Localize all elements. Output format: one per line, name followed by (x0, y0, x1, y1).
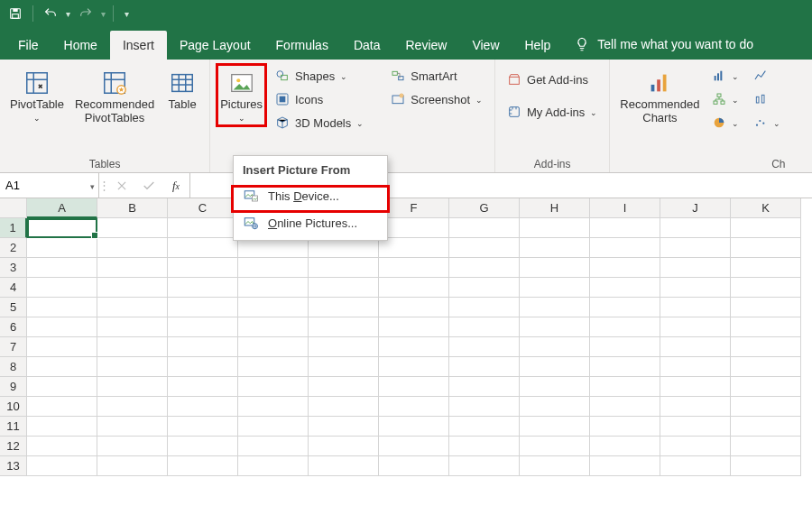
cell[interactable] (520, 437, 590, 456)
recommended-charts-button[interactable]: Recommended Charts (615, 63, 704, 130)
cell[interactable] (379, 397, 449, 417)
cell[interactable] (520, 317, 590, 337)
cell[interactable] (97, 278, 168, 298)
row-header[interactable]: 1 (0, 218, 27, 238)
chart-type-stat-button[interactable] (747, 88, 787, 110)
cell[interactable] (449, 377, 520, 397)
cell[interactable] (449, 337, 520, 357)
row-header[interactable]: 4 (0, 278, 27, 298)
cell[interactable] (660, 218, 731, 238)
chart-type-line-button[interactable] (747, 65, 787, 87)
cell[interactable] (309, 238, 379, 258)
tab-insert[interactable]: Insert (110, 31, 167, 60)
cell[interactable] (520, 238, 590, 258)
cell[interactable] (238, 377, 309, 397)
cell[interactable] (27, 238, 97, 258)
pivottable-button[interactable]: PivotTable ⌄ (5, 63, 69, 127)
cell[interactable] (309, 397, 379, 417)
tab-formulas[interactable]: Formulas (263, 31, 341, 60)
column-header[interactable]: F (379, 198, 449, 218)
cell[interactable] (590, 456, 660, 476)
cell[interactable] (168, 298, 238, 317)
cell[interactable] (238, 258, 309, 278)
row-header[interactable]: 9 (0, 377, 27, 397)
cell[interactable] (379, 218, 449, 238)
cell[interactable] (731, 357, 801, 377)
cell[interactable] (520, 417, 590, 437)
shapes-button[interactable]: Shapes ⌄ (269, 65, 370, 87)
cell[interactable] (27, 278, 97, 298)
cell[interactable] (590, 258, 660, 278)
cell[interactable] (660, 456, 731, 476)
cell[interactable] (379, 298, 449, 317)
insert-picture-this-device[interactable]: This Device... (234, 182, 387, 209)
cell[interactable] (27, 298, 97, 317)
cell[interactable] (449, 397, 520, 417)
row-header[interactable]: 13 (0, 456, 27, 476)
cell[interactable] (97, 437, 168, 456)
cell[interactable] (168, 337, 238, 357)
column-header[interactable]: C (168, 198, 238, 218)
cell[interactable] (27, 357, 97, 377)
row-header[interactable]: 2 (0, 238, 27, 258)
chart-type-scatter-button[interactable]: ⌄ (747, 112, 787, 133)
chart-type-pie-button[interactable]: ⌄ (706, 112, 745, 133)
column-header[interactable]: B (97, 198, 168, 218)
smartart-button[interactable]: SmartArt (384, 65, 489, 87)
cell[interactable] (309, 437, 379, 456)
cell[interactable] (660, 397, 731, 417)
cell[interactable] (379, 456, 449, 476)
cell[interactable] (168, 258, 238, 278)
redo-button[interactable] (76, 4, 96, 23)
pictures-button[interactable]: Pictures ⌄ (216, 63, 267, 127)
cell[interactable] (238, 278, 309, 298)
cell[interactable] (97, 298, 168, 317)
cell[interactable] (731, 218, 801, 238)
undo-split-chevron[interactable]: ▾ (66, 9, 70, 19)
row-header[interactable]: 3 (0, 258, 27, 278)
cell[interactable] (590, 437, 660, 456)
cell[interactable] (309, 357, 379, 377)
cell[interactable] (97, 357, 168, 377)
cell[interactable] (449, 437, 520, 456)
cell[interactable] (590, 218, 660, 238)
cell[interactable] (238, 238, 309, 258)
insert-function-button[interactable]: fx (162, 179, 189, 193)
cell[interactable] (27, 377, 97, 397)
cell[interactable] (449, 278, 520, 298)
cell[interactable] (27, 456, 97, 476)
chart-type-bar-button[interactable]: ⌄ (706, 65, 745, 87)
cell[interactable] (660, 337, 731, 357)
cell[interactable] (520, 357, 590, 377)
row-header[interactable]: 6 (0, 317, 27, 337)
cell[interactable] (309, 417, 379, 437)
row-header[interactable]: 5 (0, 298, 27, 317)
cell[interactable] (238, 437, 309, 456)
cell[interactable] (97, 377, 168, 397)
screenshot-button[interactable]: Screenshot ⌄ (384, 88, 489, 110)
tab-data[interactable]: Data (341, 31, 393, 60)
tab-help[interactable]: Help (512, 31, 564, 60)
cell[interactable] (168, 238, 238, 258)
cell[interactable] (309, 298, 379, 317)
cell[interactable] (238, 357, 309, 377)
cell[interactable] (520, 258, 590, 278)
cell[interactable] (27, 258, 97, 278)
my-addins-button[interactable]: My Add-ins ⌄ (501, 101, 604, 123)
cell[interactable] (590, 377, 660, 397)
cell[interactable] (309, 377, 379, 397)
save-button[interactable] (5, 4, 25, 23)
cell[interactable] (590, 397, 660, 417)
name-box[interactable]: ▾ (0, 173, 99, 198)
cell[interactable] (97, 258, 168, 278)
cell[interactable] (238, 456, 309, 476)
cell[interactable] (449, 317, 520, 337)
cell[interactable] (590, 337, 660, 357)
cell[interactable] (309, 317, 379, 337)
cell[interactable] (379, 258, 449, 278)
column-header[interactable]: I (590, 198, 660, 218)
row-header[interactable]: 11 (0, 417, 27, 437)
cell[interactable] (97, 337, 168, 357)
cell[interactable] (520, 337, 590, 357)
cell[interactable] (449, 298, 520, 317)
